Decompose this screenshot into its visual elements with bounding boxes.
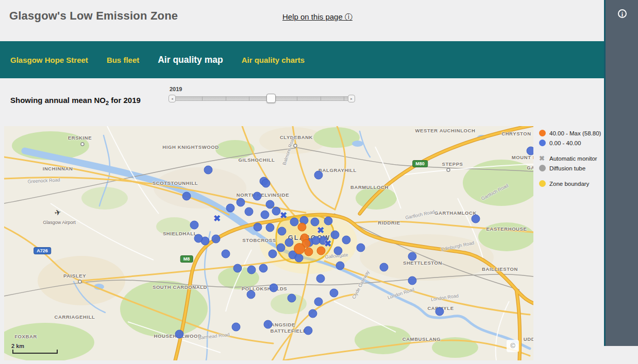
legend-item[interactable]: 40.00 - Max (58.80) [539, 128, 604, 138]
diffusion-tube-marker-orange[interactable] [298, 223, 307, 232]
diffusion-tube-marker-blue[interactable] [331, 231, 340, 239]
road-badge-a726: A726 [33, 247, 51, 254]
diffusion-tube-marker-blue[interactable] [309, 309, 317, 318]
slider-tick [297, 96, 297, 101]
legend-label: 40.00 - Max (58.80) [549, 130, 601, 136]
diffusion-tube-marker-blue[interactable] [408, 252, 417, 261]
legend-item[interactable]: Zone boundary [539, 179, 604, 188]
automatic-monitor-marker[interactable]: ✖ [213, 213, 221, 224]
diffusion-tube-marker-blue[interactable] [304, 326, 313, 335]
diffusion-tube-marker-blue[interactable] [268, 250, 277, 258]
diffusion-tube-marker-blue[interactable] [380, 263, 389, 272]
road-badge-m8: M8 [180, 255, 193, 263]
diffusion-tube-marker-blue[interactable] [264, 320, 273, 329]
diffusion-tube-marker-blue[interactable] [182, 192, 191, 201]
legend-item[interactable]: Diffusion tube [539, 163, 604, 173]
nav-tabs: Glasgow Hope StreetBus fleetAir quality … [0, 41, 604, 78]
diffusion-tube-marker-blue[interactable] [334, 247, 343, 255]
legend-item[interactable]: ✖Automatic monitor [539, 153, 604, 163]
legend-item[interactable]: 0.00 - 40.00 [539, 138, 604, 148]
diffusion-tube-marker-blue[interactable] [324, 217, 333, 226]
tab-air-quality-map[interactable]: Air quality map [158, 55, 223, 65]
page-title: Glasgow's Low Emission Zone [9, 9, 178, 23]
diffusion-tube-marker-blue[interactable] [330, 289, 339, 298]
diffusion-tube-marker-blue[interactable] [336, 262, 345, 270]
info-sidebar: i [604, 0, 638, 346]
diffusion-tube-marker-blue[interactable] [408, 276, 417, 285]
diffusion-tube-marker-blue[interactable] [194, 234, 203, 243]
diffusion-tube-marker-blue[interactable] [247, 266, 256, 274]
diffusion-tube-marker-blue[interactable] [233, 264, 242, 273]
diffusion-tube-marker-blue[interactable] [253, 192, 262, 201]
blue-range-icon [539, 140, 546, 146]
diffusion-tube-marker-blue[interactable] [270, 284, 278, 292]
year-slider-thumb[interactable] [266, 94, 276, 103]
diffusion-tube-marker-blue[interactable] [204, 166, 213, 175]
year-slider: 2019 ◂ ▸ [169, 86, 355, 108]
slider-right-arrow-icon[interactable]: ▸ [348, 95, 355, 102]
caption-prefix: Showing annual mean NO [10, 96, 106, 105]
dashboard-page: Glasgow's Low Emission Zone Help on this… [0, 0, 638, 364]
diffusion-tube-marker-blue[interactable] [261, 211, 270, 219]
diffusion-tube-marker-blue[interactable] [314, 298, 323, 306]
diffusion-tube-marker-blue[interactable] [472, 215, 480, 223]
slider-tick [321, 96, 321, 101]
info-icon[interactable]: i [618, 9, 627, 18]
diffusion-tube-marker-blue[interactable] [259, 264, 268, 273]
diffusion-tube-marker-blue[interactable] [237, 198, 245, 207]
diffusion-tube-marker-blue[interactable] [245, 207, 254, 216]
diffusion-tube-marker-orange[interactable] [305, 248, 313, 256]
map-scale-bar [12, 350, 58, 354]
automatic-monitor-marker[interactable]: ✖ [317, 225, 324, 236]
diffusion-tube-marker-blue[interactable] [232, 323, 241, 332]
legend-label: Zone boundary [549, 181, 589, 187]
diffusion-tube-marker-blue[interactable] [290, 218, 299, 227]
diffusion-tube-marker-blue[interactable] [247, 290, 256, 299]
diffusion-tube-marker-blue[interactable] [295, 254, 304, 263]
air-quality-map[interactable]: ERSKINECLYDEBANKHIGH KNIGHTSWOODGILSHOCH… [4, 126, 533, 360]
slider-tick [226, 96, 226, 101]
diffusion-tube-marker-blue[interactable] [226, 204, 235, 213]
diffusion-tube-marker-blue[interactable] [266, 223, 275, 232]
zone-boundary-icon [539, 180, 546, 187]
diffusion-tube-marker-blue[interactable] [212, 235, 221, 244]
diffusion-tube-marker-blue[interactable] [342, 236, 351, 245]
diffusion-tube-marker-blue[interactable] [222, 250, 230, 258]
diffusion-tube-marker-blue[interactable] [278, 227, 287, 236]
legend-label: 0.00 - 40.00 [549, 140, 581, 146]
diffusion-tube-icon [539, 165, 546, 171]
diffusion-tube-marker-blue[interactable] [262, 179, 271, 188]
year-slider-track[interactable] [169, 96, 355, 101]
diffusion-tube-marker-orange[interactable] [294, 243, 305, 254]
diffusion-tube-marker-blue[interactable] [435, 307, 444, 316]
diffusion-tube-marker-blue[interactable] [175, 330, 184, 339]
tab-air-quality-charts[interactable]: Air quality charts [242, 56, 305, 64]
map-scale-label: 2 km [11, 343, 24, 349]
legend-label: Automatic monitor [549, 155, 597, 162]
diffusion-tube-marker-blue[interactable] [312, 236, 321, 245]
road-badge-m80: M80 [412, 160, 428, 167]
diffusion-tube-marker-blue[interactable] [277, 244, 286, 252]
diffusion-tube-marker-blue[interactable] [254, 223, 262, 232]
diffusion-tube-marker-blue[interactable] [314, 171, 323, 180]
automatic-monitor-marker[interactable]: ✖ [280, 210, 287, 221]
tab-glasgow-hope-street[interactable]: Glasgow Hope Street [10, 56, 88, 64]
orange-range-icon [539, 130, 546, 136]
diffusion-tube-marker-blue[interactable] [190, 221, 199, 230]
map-attribution-button[interactable]: © [507, 340, 519, 352]
diffusion-tube-marker-blue[interactable] [357, 244, 365, 252]
legend: 40.00 - Max (58.80)0.00 - 40.00✖Automati… [539, 128, 604, 188]
legend-label: Diffusion tube [549, 165, 585, 171]
slider-left-arrow-icon[interactable]: ◂ [169, 95, 176, 102]
diffusion-tube-marker-blue[interactable] [288, 294, 296, 303]
help-link[interactable]: Help on this page ⓘ [282, 12, 352, 22]
diffusion-tube-marker-blue[interactable] [527, 147, 534, 155]
automatic-monitor-marker[interactable]: ✖ [324, 238, 331, 249]
tab-bus-fleet[interactable]: Bus fleet [107, 56, 139, 64]
year-slider-value: 2019 [170, 86, 182, 92]
slider-tick [344, 96, 344, 101]
diffusion-tube-marker-blue[interactable] [316, 274, 325, 283]
slider-tick [202, 96, 203, 101]
diffusion-tube-marker-blue[interactable] [285, 238, 294, 247]
caption-suffix: for 2019 [109, 96, 141, 105]
